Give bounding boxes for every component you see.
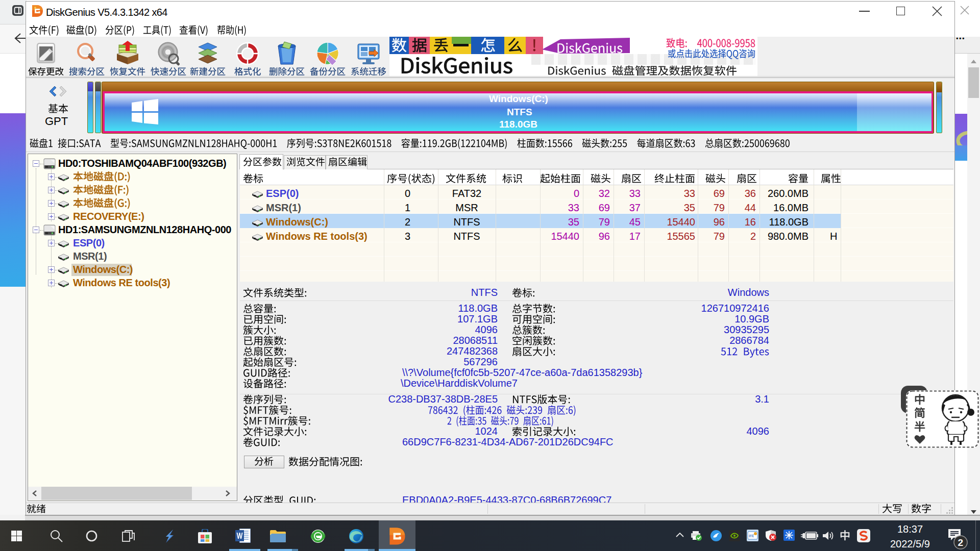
svg-text:int: int: [749, 533, 754, 538]
svg-text:2: 2: [958, 537, 964, 548]
